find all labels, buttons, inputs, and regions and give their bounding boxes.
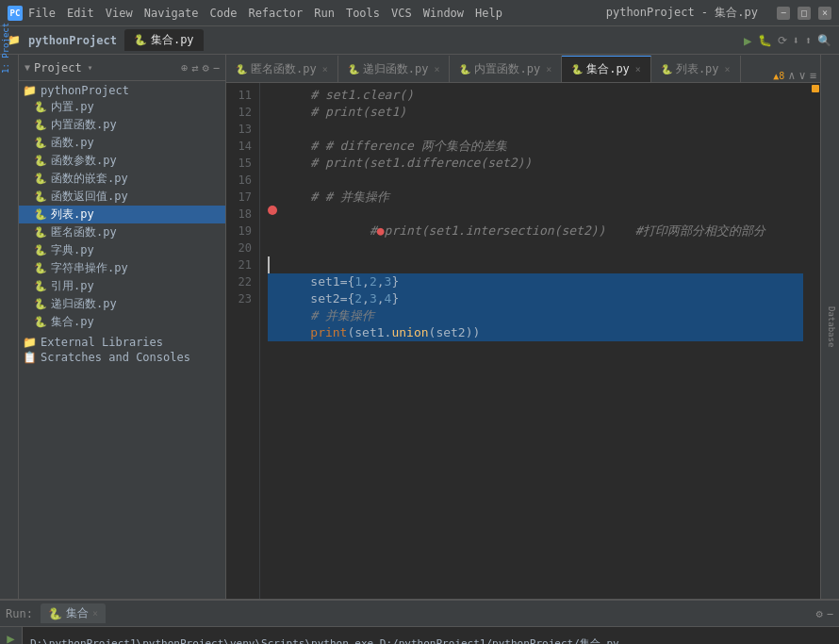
editor-content: 11 12 13 14 15 16 17 18 19 20 21 22 23 #… — [226, 83, 820, 599]
tree-external-libs[interactable]: 📁 External Libraries — [19, 335, 225, 350]
editor-tabs: 🐍 匿名函数.py × 🐍 递归函数.py × 🐍 内置函数.py × 🐍 集合… — [226, 55, 820, 83]
project-bar: 📁 pythonProject 🐍 集合.py ▶ 🐛 ⟳ ⬇ ⬆ 🔍 — [0, 26, 839, 55]
search-icon[interactable]: 🔍 — [817, 34, 831, 47]
toolbar-btn3[interactable]: ⬆ — [805, 34, 812, 47]
project-panel-toggle[interactable]: 1: Project — [1, 58, 18, 74]
tree-item-zidian[interactable]: 🐍字典.py — [19, 241, 225, 259]
tab-close-liebiao[interactable]: × — [725, 64, 731, 74]
toolbar-btn2[interactable]: ⬇ — [793, 34, 799, 47]
tree-item-hanshu[interactable]: 🐍函数.py — [19, 134, 225, 152]
tab-close-neizhihs[interactable]: × — [546, 64, 551, 74]
tree-item-yinyong[interactable]: 🐍引用.py — [19, 277, 225, 295]
scratches-icon: 📋 — [23, 351, 37, 364]
tree-item-liebiao[interactable]: 🐍列表.py — [19, 206, 225, 223]
run-play-icon[interactable]: ▶ — [7, 631, 14, 644]
menu-code[interactable]: Code — [210, 7, 238, 20]
tab-niminghs[interactable]: 🐍 匿名函数.py × — [226, 56, 338, 82]
code-line-15: # print(set1.difference(set2)) — [268, 155, 803, 172]
menu-tools[interactable]: Tools — [346, 7, 380, 20]
dropdown-icon[interactable]: ▾ — [88, 62, 93, 73]
active-file-tab[interactable]: 🐍 集合.py — [124, 29, 204, 51]
close-button[interactable]: × — [818, 7, 831, 20]
py-icon: 🐍 — [34, 208, 47, 221]
tree-item-hanshucs[interactable]: 🐍函数参数.py — [19, 152, 225, 170]
maximize-button[interactable]: □ — [798, 7, 811, 20]
tab-close-diguihs[interactable]: × — [434, 64, 439, 74]
tab-close-niminghs[interactable]: × — [322, 64, 328, 74]
tab-neizhihs[interactable]: 🐍 内置函数.py × — [450, 56, 562, 82]
tree-item-diguihs[interactable]: 🐍递归函数.py — [19, 295, 225, 313]
menu-edit[interactable]: Edit — [67, 7, 94, 20]
editor-area: 🐍 匿名函数.py × 🐍 递归函数.py × 🐍 内置函数.py × 🐍 集合… — [226, 55, 820, 599]
tab-menu-icon[interactable]: ≡ — [810, 69, 816, 82]
tree-item-neizhi[interactable]: 🐍内置.py — [19, 98, 225, 116]
menu-refactor[interactable]: Refactor — [248, 7, 303, 20]
editor-gutter — [811, 83, 820, 599]
run-tab-close[interactable]: × — [92, 608, 98, 619]
run-tab-jihe[interactable]: 🐍 集合 × — [41, 603, 106, 623]
active-file-icon: 🐍 — [134, 34, 147, 46]
tree-item-hanshhf[interactable]: 🐍函数返回值.py — [19, 188, 225, 206]
app-logo: PC — [8, 6, 23, 21]
menu-navigate[interactable]: Navigate — [144, 7, 199, 20]
py-file-icon: 🐍 — [459, 64, 470, 74]
project-root[interactable]: 📁 pythonProject — [19, 83, 225, 98]
left-strip: 1: Project — [0, 55, 19, 599]
menu-bar: File Edit View Navigate Code Refactor Ru… — [28, 7, 502, 20]
project-tree: 📁 pythonProject 🐍内置.py 🐍内置函数.py 🐍函数.py 🐍… — [19, 81, 225, 599]
action-close[interactable]: − — [213, 61, 220, 74]
title-bar: PC File Edit View Navigate Code Refactor… — [0, 0, 839, 26]
right-sidebar: Database SciView — [820, 55, 839, 599]
code-line-20: set1={1,2,3} — [268, 273, 803, 290]
py-icon: 🐍 — [34, 316, 47, 328]
project-panel-header: ▼ Project ▾ ⊕ ⇄ ⚙ − — [19, 55, 225, 81]
tab-jihe[interactable]: 🐍 集合.py × — [562, 56, 651, 82]
run-left-strip: ▶ ↑ ↓ ⏹ ⏎ 🖨 🗑 — [0, 627, 23, 644]
tree-item-jihe[interactable]: 🐍集合.py — [19, 313, 225, 331]
tree-item-niminghs[interactable]: 🐍匿名函数.py — [19, 223, 225, 241]
py-icon: 🐍 — [34, 101, 47, 113]
code-line-18: #●print(set1.intersection(set2)) #打印两部分相… — [268, 206, 803, 256]
code-line-16 — [268, 172, 803, 189]
tab-up-icon[interactable]: ∧ — [788, 69, 795, 82]
tree-item-zifucz[interactable]: 🐍字符串操作.py — [19, 259, 225, 277]
tab-down-icon[interactable]: ∨ — [799, 69, 806, 82]
breakpoint-indicator — [268, 206, 277, 215]
project-panel: ▼ Project ▾ ⊕ ⇄ ⚙ − 📁 pythonProject 🐍内置.… — [19, 55, 226, 599]
menu-help[interactable]: Help — [475, 7, 502, 20]
action-settings[interactable]: ⚙ — [203, 61, 209, 74]
debug-button[interactable]: 🐛 — [758, 34, 772, 47]
run-settings-icon[interactable]: ⚙ — [816, 607, 823, 620]
folder-icon: 📁 — [23, 84, 37, 97]
window-controls: − □ × — [777, 7, 831, 20]
right-tab-database[interactable]: Database — [824, 299, 839, 355]
py-file-icon: 🐍 — [571, 64, 583, 74]
toolbar-btn1[interactable]: ⟳ — [778, 34, 787, 47]
menu-vcs[interactable]: VCS — [391, 7, 412, 20]
line-numbers: 11 12 13 14 15 16 17 18 19 20 21 22 23 — [226, 83, 260, 599]
run-minimize-icon[interactable]: − — [827, 607, 833, 620]
run-main: ▶ ↑ ↓ ⏹ ⏎ 🖨 🗑 D:\pythonProject1\pythonPr… — [0, 627, 839, 644]
action-sync[interactable]: ⇄ — [191, 61, 198, 74]
code-line-17: # # 并集操作 — [268, 189, 803, 206]
run-button[interactable]: ▶ — [744, 33, 751, 48]
menu-window[interactable]: Window — [423, 7, 464, 20]
py-file-icon: 🐍 — [348, 64, 359, 74]
tree-item-neizhihanshu[interactable]: 🐍内置函数.py — [19, 116, 225, 134]
tree-item-hanshqt[interactable]: 🐍函数的嵌套.py — [19, 170, 225, 188]
py-icon: 🐍 — [34, 244, 47, 256]
menu-file[interactable]: File — [28, 7, 56, 20]
run-command: D:\pythonProject1\pythonProject\venv\Scr… — [30, 631, 831, 644]
menu-view[interactable]: View — [106, 7, 133, 20]
tab-close-jihe[interactable]: × — [635, 64, 641, 74]
project-name: pythonProject — [28, 34, 117, 47]
tab-diguihs[interactable]: 🐍 递归函数.py × — [338, 56, 451, 82]
tree-scratches[interactable]: 📋 Scratches and Consoles — [19, 350, 225, 365]
minimize-button[interactable]: − — [777, 7, 790, 20]
main-area: 1: Project ▼ Project ▾ ⊕ ⇄ ⚙ − 📁 pythonP… — [0, 55, 839, 599]
code-editor[interactable]: # set1.clear() # print(set1) # # differe… — [260, 83, 811, 599]
menu-run[interactable]: Run — [314, 7, 335, 20]
action-add[interactable]: ⊕ — [181, 61, 188, 74]
code-line-14: # # difference 两个集合的差集 — [268, 138, 803, 155]
tab-liebiao[interactable]: 🐍 列表.py × — [651, 56, 741, 82]
